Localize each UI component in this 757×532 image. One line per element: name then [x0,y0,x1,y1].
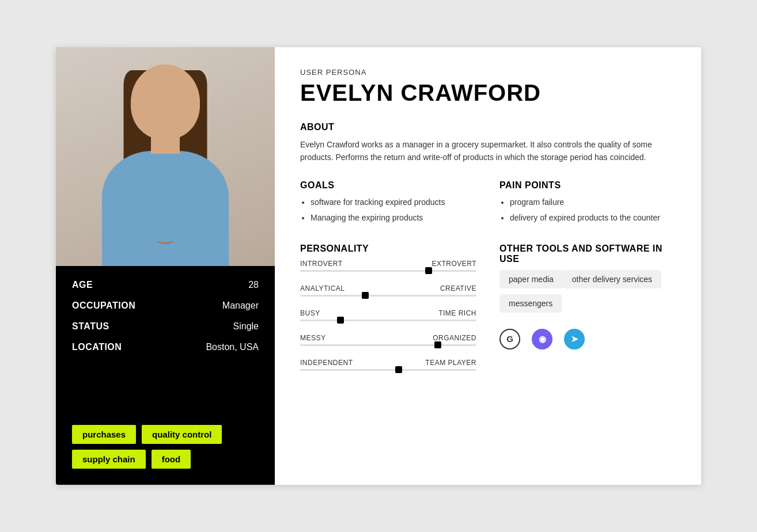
tool-badge-other-delivery-services: other delivery services [563,270,661,288]
persona-label: USER PERSONA [300,68,676,77]
pain-list: program failuredelivery of expired produ… [499,196,676,224]
location-label: LOCATION [72,342,122,352]
right-panel: USER PERSONA EVELYN CRAWFORD ABOUT Evely… [275,47,701,485]
slider-right-3: ORGANIZED [433,334,476,342]
tag-supply-chain: supply chain [72,450,146,469]
slider-row-0: INTROVERTEXTROVERT [300,260,476,272]
tools-title: OTHER TOOLS AND SOFTWARE IN USE [499,244,676,264]
personality-col: PERSONALITY INTROVERTEXTROVERTANALYTICAL… [300,244,476,383]
age-label: AGE [72,280,93,290]
occupation-row: OCCUPATION Manager [72,301,259,311]
slider-right-4: TEAM PLAYER [425,359,476,367]
age-value: 28 [248,280,259,290]
goals-title: GOALS [300,180,476,191]
slider-track-4 [300,369,476,371]
occupation-label: OCCUPATION [72,301,135,311]
about-title: ABOUT [300,122,676,132]
slider-row-1: ANALYTICALCREATIVE [300,284,476,297]
persona-card: AGE 28 OCCUPATION Manager STATUS Single … [56,47,701,485]
social-icons: G◉➤ [499,329,676,349]
slider-thumb-2 [337,317,344,324]
goal-item: software for tracking expired products [311,196,476,208]
slider-thumb-4 [395,366,402,373]
tools-col: OTHER TOOLS AND SOFTWARE IN USE paper me… [499,244,676,383]
slider-left-4: INDEPENDENT [300,359,353,367]
slider-row-3: MESSYORGANIZED [300,334,476,346]
goals-pain-row: GOALS software for tracking expired prod… [300,180,676,227]
slider-row-2: BUSYTIME RICH [300,309,476,321]
pain-col: PAIN POINTS program failuredelivery of e… [499,180,676,227]
left-panel: AGE 28 OCCUPATION Manager STATUS Single … [56,47,275,485]
status-value: Single [233,321,259,332]
info-section: AGE 28 OCCUPATION Manager STATUS Single … [56,266,275,416]
slider-thumb-3 [434,341,441,348]
slider-right-2: TIME RICH [438,309,476,317]
slider-left-1: ANALYTICAL [300,284,345,292]
slider-thumb-1 [362,292,369,299]
slider-right-1: CREATIVE [440,284,476,292]
slider-track-2 [300,320,476,321]
pain-title: PAIN POINTS [499,180,676,191]
goals-list: software for tracking expired productsMa… [300,196,476,224]
age-row: AGE 28 [72,280,259,290]
persona-name: EVELYN CRAWFORD [300,80,676,106]
tag-quality-control: quality control [142,425,222,444]
telegram-icon[interactable]: ➤ [564,329,585,349]
slider-thumb-0 [425,267,432,274]
tool-badge-messengers: messengers [499,294,562,313]
slider-row-4: INDEPENDENTTEAM PLAYER [300,359,476,371]
viber-icon[interactable]: ◉ [532,329,552,349]
about-text: Evelyn Crawford works as a manager in a … [300,138,676,164]
tag-food: food [152,450,191,469]
tags-section: purchasesquality controlsupply chainfood [56,416,275,485]
slider-track-1 [300,295,476,297]
slider-right-0: EXTROVERT [432,260,476,268]
portrait [56,47,275,266]
sliders-container: INTROVERTEXTROVERTANALYTICALCREATIVEBUSY… [300,260,476,371]
occupation-value: Manager [222,301,259,311]
slider-track-3 [300,344,476,346]
tool-badge-paper-media: paper media [499,270,563,288]
status-label: STATUS [72,321,109,332]
slider-left-0: INTROVERT [300,260,343,268]
google-icon[interactable]: G [499,329,520,349]
location-row: LOCATION Boston, USA [72,342,259,352]
slider-left-3: MESSY [300,334,326,342]
tag-purchases: purchases [72,425,136,444]
goals-col: GOALS software for tracking expired prod… [300,180,476,227]
pain-item: program failure [510,196,676,208]
status-row: STATUS Single [72,321,259,332]
personality-title: PERSONALITY [300,244,476,254]
slider-left-2: BUSY [300,309,320,317]
goal-item: Managing the expiring products [311,212,476,224]
tools-list: paper mediaother delivery servicesmessen… [499,270,676,318]
bottom-section: PERSONALITY INTROVERTEXTROVERTANALYTICAL… [300,244,676,383]
location-value: Boston, USA [206,342,259,352]
pain-item: delivery of expired products to the coun… [510,212,676,224]
slider-track-0 [300,270,476,272]
